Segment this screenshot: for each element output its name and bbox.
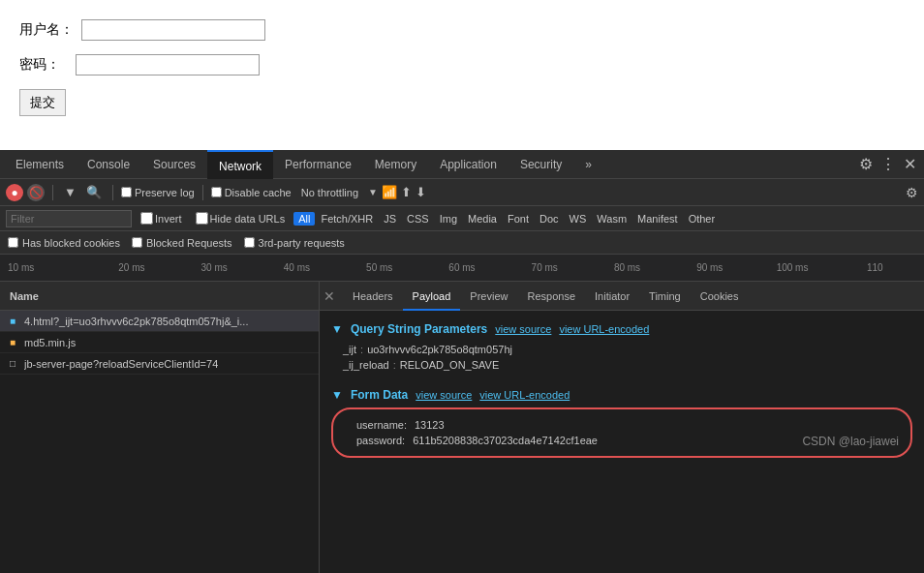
preserve-log-label[interactable]: Preserve log — [121, 187, 195, 198]
detail-tab-payload[interactable]: Payload — [403, 282, 461, 311]
record-button[interactable]: ● — [6, 184, 23, 201]
query-value-1: RELOAD_ON_SAVE — [400, 359, 500, 371]
form-data-toggle[interactable]: ▼ — [331, 388, 343, 402]
filter-type-wasm[interactable]: Wasm — [592, 212, 631, 226]
ruler-10ms: 10 ms — [8, 262, 90, 273]
submit-button[interactable]: 提交 — [19, 89, 66, 116]
disable-cache-label[interactable]: Disable cache — [211, 187, 292, 198]
query-string-view-url[interactable]: view URL-encoded — [559, 323, 649, 335]
form-data-header: ▼ Form Data view source view URL-encoded — [331, 388, 912, 402]
wifi-icon: 📶 — [382, 185, 397, 199]
detail-tab-headers[interactable]: Headers — [343, 282, 403, 311]
filter-type-all[interactable]: All — [293, 212, 315, 226]
disable-cache-checkbox[interactable] — [211, 187, 222, 197]
has-blocked-cookies-checkbox[interactable] — [8, 237, 18, 248]
query-string-view-source[interactable]: view source — [495, 323, 551, 335]
devtools-main: Name ■ 4.html?_ijt=uo3rhvvv6c2pk785o8qtm… — [0, 282, 924, 573]
username-input[interactable] — [81, 19, 265, 41]
no-throttling-text: No throttling — [295, 187, 364, 198]
tab-security[interactable]: Security — [508, 150, 573, 179]
files-panel: Name ■ 4.html?_ijt=uo3rhvvv6c2pk785o8qtm… — [0, 282, 320, 573]
query-value-0: uo3rhvvv6c2pk785o8qtm057hj — [367, 344, 512, 355]
preserve-log-checkbox[interactable] — [121, 187, 132, 197]
username-label: 用户名： — [19, 21, 74, 39]
has-blocked-cookies-label[interactable]: Has blocked cookies — [8, 237, 120, 249]
form-key-1: password: — [356, 435, 405, 446]
settings-icon[interactable]: ⚙ — [859, 155, 873, 173]
filter-type-media[interactable]: Media — [463, 212, 502, 226]
tab-elements[interactable]: Elements — [4, 150, 76, 179]
filter-type-manifest[interactable]: Manifest — [632, 212, 683, 226]
file-icon-doc: ■ — [6, 315, 19, 328]
settings-icon-2[interactable]: ⚙ — [906, 185, 918, 200]
query-string-toggle[interactable]: ▼ — [331, 322, 343, 336]
detail-tab-timing[interactable]: Timing — [639, 282, 691, 311]
throttle-dropdown-icon[interactable]: ▼ — [368, 187, 378, 197]
filter-type-fetch[interactable]: Fetch/XHR — [316, 212, 378, 226]
form-data-view-url[interactable]: view URL-encoded — [479, 389, 570, 401]
tab-more[interactable]: » — [573, 150, 603, 179]
ruler-90ms: 90 ms — [668, 262, 751, 273]
section-divider — [331, 373, 912, 380]
devtools-blocked-bar: Has blocked cookies Blocked Requests 3rd… — [0, 231, 924, 255]
form-param-0: username: 13123 — [345, 417, 899, 433]
username-row: 用户名： — [19, 19, 905, 41]
tab-console[interactable]: Console — [76, 150, 141, 179]
tab-sources[interactable]: Sources — [141, 150, 207, 179]
filter-icon[interactable]: ▼ — [61, 185, 79, 199]
detail-tab-response[interactable]: Response — [517, 282, 585, 311]
hide-data-urls-label[interactable]: Hide data URLs — [191, 211, 291, 226]
ruler-40ms: 40 ms — [256, 262, 338, 273]
file-name-2: jb-server-page?reloadServiceClientId=74 — [24, 358, 218, 370]
filter-type-font[interactable]: Font — [503, 212, 534, 226]
toolbar-sep-3 — [202, 185, 203, 200]
devtools-filter-bar: Invert Hide data URLs All Fetch/XHR JS C… — [0, 206, 924, 231]
blocked-requests-label[interactable]: Blocked Requests — [132, 237, 232, 249]
invert-label[interactable]: Invert — [136, 211, 187, 226]
detail-panel: ✕ Headers Payload Preview Response Initi… — [320, 282, 924, 573]
detail-tab-initiator[interactable]: Initiator — [585, 282, 639, 311]
blocked-requests-checkbox[interactable] — [132, 237, 142, 248]
query-param-0: _ijt : uo3rhvvv6c2pk785o8qtm057hj — [331, 342, 912, 357]
ruler-20ms: 20 ms — [90, 262, 172, 273]
invert-checkbox[interactable] — [140, 212, 153, 225]
file-item-0[interactable]: ■ 4.html?_ijt=uo3rhvvv6c2pk785o8qtm057hj… — [0, 311, 319, 332]
file-item-2[interactable]: □ jb-server-page?reloadServiceClientId=7… — [0, 353, 319, 375]
tab-performance[interactable]: Performance — [273, 150, 363, 179]
more-icon[interactable]: ⋮ — [880, 155, 896, 173]
search-icon[interactable]: 🔍 — [83, 185, 105, 199]
filter-type-doc[interactable]: Doc — [535, 212, 564, 226]
tab-network[interactable]: Network — [207, 150, 273, 179]
detail-tab-cookies[interactable]: Cookies — [691, 282, 749, 311]
filter-type-img[interactable]: Img — [435, 212, 462, 226]
query-key-1: _ij_reload — [343, 359, 389, 371]
tab-memory[interactable]: Memory — [363, 150, 428, 179]
filter-type-css[interactable]: CSS — [402, 212, 434, 226]
detail-tab-bar: ✕ Headers Payload Preview Response Initi… — [320, 282, 924, 311]
detail-close-button[interactable]: ✕ — [323, 288, 335, 304]
detail-tab-preview[interactable]: Preview — [460, 282, 517, 311]
filter-type-js[interactable]: JS — [379, 212, 401, 226]
ruler-60ms: 60 ms — [420, 262, 503, 273]
tab-application[interactable]: Application — [428, 150, 508, 179]
close-icon[interactable]: ✕ — [904, 155, 916, 173]
form-data-highlighted: username: 13123 password: 611b5208838c37… — [331, 407, 912, 458]
filter-type-other[interactable]: Other — [684, 212, 721, 226]
stop-button[interactable]: 🚫 — [27, 184, 45, 201]
hide-data-urls-checkbox[interactable] — [196, 212, 208, 225]
filter-type-ws[interactable]: WS — [565, 212, 592, 226]
filter-input[interactable] — [6, 210, 132, 227]
ruler-80ms: 80 ms — [586, 262, 668, 273]
query-key-0: _ijt — [343, 344, 356, 355]
file-item-1[interactable]: ■ md5.min.js — [0, 332, 319, 353]
password-input[interactable] — [76, 54, 260, 75]
detail-content: ▼ Query String Parameters view source vi… — [320, 311, 924, 573]
third-party-checkbox[interactable] — [244, 237, 255, 248]
ruler-70ms: 70 ms — [504, 262, 586, 273]
third-party-label[interactable]: 3rd-party requests — [244, 237, 345, 249]
upload-icon: ⬆ — [401, 185, 412, 199]
form-data-view-source[interactable]: view source — [416, 389, 472, 401]
files-header: Name — [0, 282, 319, 311]
file-icon-other: □ — [6, 357, 19, 371]
page-area: 用户名： 密码： 提交 — [0, 0, 924, 150]
